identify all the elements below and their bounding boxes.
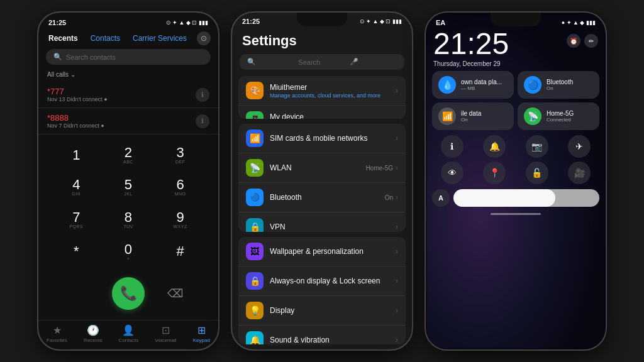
dial-4[interactable]: 4GHI — [51, 172, 102, 202]
cc-tile-data[interactable]: 💧 own data pla... — MB — [432, 71, 514, 99]
bluetooth-tile-icon: 🔵 — [524, 76, 541, 94]
lock-toggle[interactable]: 🔓 — [526, 162, 548, 184]
bluetooth-value: On — [385, 194, 393, 201]
call-date-2: Nov 7 Didn't connect ● — [47, 123, 104, 129]
phone1-tabs: Recents Contacts Carrier Services ⊙ — [38, 29, 218, 49]
status-bar-2: 21:25 ⊙ ✦ ▲ ◆ ⊡ ▮▮▮ — [232, 13, 412, 26]
mobile-data-icon: 📶 — [438, 107, 456, 125]
tab-carrier[interactable]: Carrier Services — [130, 33, 189, 44]
settings-section-network: 📶 SIM cards & mobile networks › 📡 WLAN H… — [238, 124, 406, 231]
location-toggle[interactable]: 📍 — [483, 162, 506, 184]
status-icons-1: ⊙ ✦ ▲ ◆ ⊡ ▮▮▮ — [166, 19, 208, 26]
settings-icon[interactable]: ⊙ — [197, 31, 211, 45]
mic-icon: 🎤 — [350, 58, 397, 66]
favorites-icon: ★ — [53, 324, 62, 336]
settings-item-wallpaper[interactable]: 🖼 Wallpaper & personalization › — [238, 237, 406, 266]
settings-item-lockscreen[interactable]: 🔒 Always-on display & Lock screen › — [238, 266, 406, 296]
nav-keypad[interactable]: ⊞ Keypad — [193, 324, 210, 343]
wifi-icon: 📡 — [524, 107, 541, 125]
delete-icon[interactable]: ⌫ — [164, 287, 186, 300]
bottom-nav: ★ Favorites 🕐 Recents 👤 Contacts ⊡ Voice… — [38, 320, 218, 349]
dial-2[interactable]: 2ABC — [103, 140, 154, 170]
chevron-icon-10: › — [396, 306, 398, 315]
bluetooth-icon-settings: 🔵 — [246, 189, 264, 206]
cc-tiles-grid: 💧 own data pla... — MB 🔵 Bluetooth On — [426, 67, 606, 133]
call-info-icon[interactable]: ℹ — [196, 88, 209, 102]
dial-7[interactable]: 7PQRS — [51, 204, 102, 235]
edit-icon[interactable]: ✏ — [584, 34, 598, 48]
cc-icons-row-1: ℹ 🔔 📷 ✈ — [426, 133, 606, 160]
video-toggle[interactable]: 🎥 — [568, 162, 591, 184]
dial-star[interactable]: * — [51, 236, 102, 267]
nav-voicemail[interactable]: ⊡ Voicemail — [155, 324, 176, 343]
font-small-icon[interactable]: A — [432, 189, 450, 207]
dial-1[interactable]: 1 — [51, 140, 102, 170]
dial-0[interactable]: 0+ — [103, 236, 154, 267]
data-sub: — MB — [461, 85, 502, 91]
eye-toggle[interactable]: 👁 — [441, 162, 464, 184]
voicemail-icon: ⊡ — [162, 324, 170, 336]
phone-dialer: 21:25 ⊙ ✦ ▲ ◆ ⊡ ▮▮▮ Recents Contacts Car… — [37, 11, 219, 351]
cc-tile-mobile-data[interactable]: 📶 ile data On — [432, 102, 514, 130]
nav-label-contacts: Contacts — [119, 337, 139, 343]
chevron-icon: › — [396, 86, 398, 95]
call-button[interactable]: 📞 — [112, 277, 145, 310]
settings-search-bar[interactable]: 🔍 Search 🎤 — [240, 54, 404, 70]
nav-label-recents: Recents — [84, 337, 102, 343]
settings-item-bluetooth[interactable]: 🔵 Bluetooth On › — [238, 183, 406, 212]
mydevice-icon: 📱 — [246, 111, 264, 119]
phones-container: 21:25 ⊙ ✦ ▲ ◆ ⊡ ▮▮▮ Recents Contacts Car… — [25, 5, 619, 357]
bluetooth-name: Bluetooth — [270, 193, 379, 202]
nav-label-voicemail: Voicemail — [155, 337, 176, 343]
call-item-8888[interactable]: *8888 Nov 7 Didn't connect ● ℹ — [38, 108, 218, 134]
status-time-2: 21:25 — [242, 18, 260, 25]
alarm-icon[interactable]: ⏰ — [567, 34, 580, 48]
nav-recents[interactable]: 🕐 Recents — [84, 324, 102, 343]
settings-item-wlan[interactable]: 📡 WLAN Home-5G › — [238, 153, 406, 183]
phone-control-center: EA ● ✦ ▲ ◆ ▮▮▮ 21:25 Thursday, December … — [425, 11, 607, 351]
call-info-icon-2[interactable]: ℹ — [196, 114, 209, 128]
settings-item-mydevice[interactable]: 📱 My device MIUI 12.5.11 › — [238, 106, 406, 119]
search-bar-contacts[interactable]: 🔍 Search contacts — [46, 49, 211, 65]
miuithemer-name: Miuithemer — [270, 83, 389, 92]
call-number-2: *8888 — [47, 113, 104, 123]
wlan-name: WLAN — [270, 163, 360, 172]
airplane-toggle[interactable]: ✈ — [568, 135, 591, 158]
dial-5[interactable]: 5JKL — [103, 172, 154, 202]
dialpad: 1 2ABC 3DEF 4GHI 5JKL 6MNO 7PQRS 8TUV 9W… — [38, 134, 218, 272]
tab-contacts[interactable]: Contacts — [88, 33, 123, 44]
sim-name: SIM cards & mobile networks — [270, 134, 389, 143]
chevron-icon-9: › — [396, 277, 398, 285]
nav-favorites[interactable]: ★ Favorites — [47, 324, 67, 343]
settings-item-sim[interactable]: 📶 SIM cards & mobile networks › — [238, 124, 406, 153]
lock-clock: 21:25 — [433, 29, 509, 59]
nav-contacts[interactable]: 👤 Contacts — [119, 324, 139, 343]
lockscreen-name: Always-on display & Lock screen — [270, 277, 389, 285]
lockscreen-icon: 🔒 — [246, 272, 264, 290]
info-toggle[interactable]: ℹ — [441, 135, 464, 158]
status-bar-1: 21:25 ⊙ ✦ ▲ ◆ ⊡ ▮▮▮ — [38, 13, 218, 29]
settings-item-display[interactable]: 💡 Display › — [238, 296, 406, 326]
recents-icon: 🕐 — [87, 324, 99, 336]
dial-9[interactable]: 9WXYZ — [155, 204, 206, 235]
chevron-icon-11: › — [396, 336, 398, 344]
vpn-name: VPN — [270, 222, 389, 231]
settings-item-miuithemer[interactable]: 🎨 Miuithemer Manage accounts, cloud serv… — [238, 76, 406, 106]
sound-name: Sound & vibration — [270, 336, 389, 344]
cc-tile-wifi[interactable]: 📡 Home-5G Connected — [518, 102, 599, 130]
status-ea: EA — [436, 19, 445, 26]
bell-toggle[interactable]: 🔔 — [483, 135, 506, 158]
dial-3[interactable]: 3DEF — [155, 140, 206, 170]
settings-item-vpn[interactable]: 🔒 VPN › — [238, 212, 406, 231]
all-calls-label: All calls ⌄ — [38, 70, 218, 82]
cc-tile-bluetooth[interactable]: 🔵 Bluetooth On — [518, 71, 599, 99]
settings-title: Settings — [232, 26, 412, 54]
dial-8[interactable]: 8TUV — [103, 204, 154, 235]
dial-6[interactable]: 6MNO — [155, 172, 206, 202]
settings-item-sound[interactable]: 🔔 Sound & vibration › — [238, 326, 406, 344]
tab-recents[interactable]: Recents — [46, 33, 80, 44]
brightness-slider[interactable] — [453, 189, 599, 207]
call-item-777[interactable]: *777 Nov 13 Didn't connect ● ℹ — [38, 82, 218, 108]
dial-hash[interactable]: # — [155, 236, 206, 267]
camera-toggle[interactable]: 📷 — [526, 135, 548, 158]
